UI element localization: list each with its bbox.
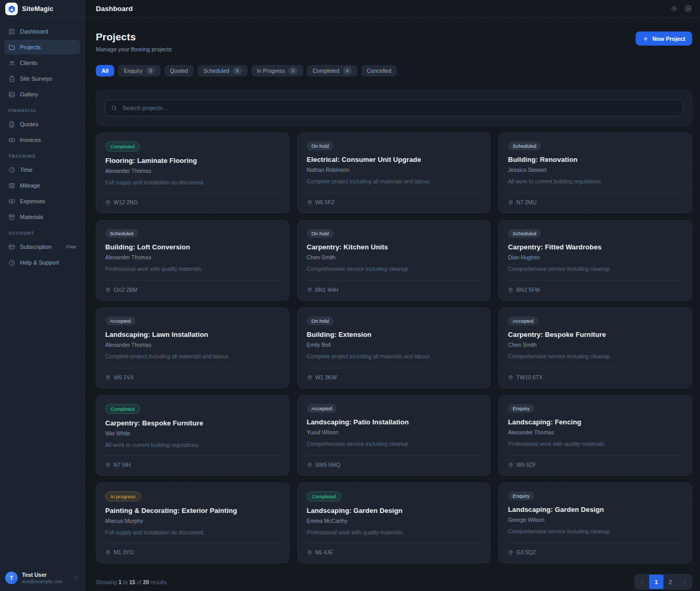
sidebar-item-gallery[interactable]: Gallery xyxy=(4,87,80,102)
search-icon xyxy=(111,105,117,111)
project-location: W1 3KW xyxy=(307,368,482,380)
project-card[interactable]: ScheduledCarpentry: Fitted WardrobesDian… xyxy=(498,220,692,301)
status-badge: Accepted xyxy=(105,316,136,325)
project-postcode: N7 2MU xyxy=(516,199,537,205)
project-client: Alexander Thomas xyxy=(105,342,280,348)
project-description: Professional work with quality materials… xyxy=(508,441,683,447)
filter-tab-in-progress[interactable]: In Progress2 xyxy=(251,65,303,76)
map-pin-icon xyxy=(105,375,111,380)
project-client: Emily Bell xyxy=(307,342,482,348)
project-card[interactable]: EnquiryLandscaping: Garden DesignGeorge … xyxy=(498,483,692,563)
project-card[interactable]: AcceptedLandscaping: Lawn InstallationAl… xyxy=(96,308,290,388)
status-badge: Completed xyxy=(307,491,341,501)
sidebar-item-clients[interactable]: Clients xyxy=(4,56,80,70)
grid-icon xyxy=(8,28,15,35)
project-title: Building: Extension xyxy=(307,331,482,338)
filter-tab-completed[interactable]: Completed4 xyxy=(307,65,358,76)
project-description: Full supply and installation as discusse… xyxy=(105,179,280,185)
folder-icon xyxy=(8,44,15,51)
project-card[interactable]: CompletedFlooring: Laminate FlooringAlex… xyxy=(96,133,290,213)
project-title: Landscaping: Patio Installation xyxy=(307,418,482,426)
status-badge: Completed xyxy=(105,141,140,151)
search-input[interactable] xyxy=(105,100,683,116)
sidebar-item-materials[interactable]: Materials xyxy=(4,210,80,224)
filter-tab-label: Completed xyxy=(313,68,339,74)
sidebar-item-label: Projects xyxy=(20,44,41,50)
image-icon xyxy=(8,91,15,98)
sidebar-item-site-surveys[interactable]: Site Surveys xyxy=(4,71,80,86)
project-title: Landscaping: Garden Design xyxy=(307,507,482,515)
topbar: Dashboard xyxy=(85,0,700,18)
sidebar-item-time[interactable]: Time xyxy=(4,162,80,177)
project-title: Landscaping: Lawn Installation xyxy=(105,331,280,338)
project-postcode: SW5 5MQ xyxy=(315,462,340,468)
project-title: Building: Loft Conversion xyxy=(105,243,280,251)
project-postcode: M1 3YO xyxy=(114,549,134,555)
filter-tab-cancelled[interactable]: Cancelled xyxy=(361,65,397,76)
project-postcode: TW10 6TX xyxy=(516,374,542,380)
sidebar-item-mileage[interactable]: Mileage xyxy=(4,178,80,193)
new-project-label: New Project xyxy=(652,36,685,42)
project-description: Comprehensive service including cleanup. xyxy=(508,266,683,272)
project-title: Electrical: Consumer Unit Upgrade xyxy=(307,156,482,163)
next-page-button[interactable] xyxy=(677,575,692,589)
project-card[interactable]: ScheduledBuilding: RenovationJessica Ste… xyxy=(498,133,692,213)
user-menu[interactable]: T Test User test@example.com xyxy=(0,564,84,591)
page-button-2[interactable]: 2 xyxy=(663,575,677,589)
settings-gear-icon[interactable] xyxy=(685,5,692,12)
sidebar-item-label: Materials xyxy=(20,214,43,220)
page-button-1[interactable]: 1 xyxy=(649,575,663,589)
filter-tab-enquiry[interactable]: Enquiry3 xyxy=(118,65,160,76)
plus-icon xyxy=(642,36,649,42)
theme-toggle-icon[interactable] xyxy=(671,5,677,12)
sidebar-item-label: Gallery xyxy=(20,91,38,97)
sidebar-item-projects[interactable]: Projects xyxy=(4,40,80,54)
project-card[interactable]: On holdCarpentry: Kitchen UnitsChen Smit… xyxy=(297,220,491,301)
project-card[interactable]: On holdElectrical: Consumer Unit Upgrade… xyxy=(297,133,491,213)
new-project-button[interactable]: New Project xyxy=(636,31,692,46)
project-card[interactable]: AcceptedLandscaping: Patio InstallationY… xyxy=(297,395,491,476)
project-description: Professional work with quality materials… xyxy=(307,529,482,535)
filter-tab-quoted[interactable]: Quoted xyxy=(164,65,194,76)
filter-tab-all[interactable]: All xyxy=(96,65,114,76)
project-client: Dian Hughes xyxy=(508,254,683,260)
nav-section-label-tracking: TRACKING xyxy=(4,148,80,161)
filter-tab-scheduled[interactable]: Scheduled5 xyxy=(197,65,247,76)
filter-tab-count: 5 xyxy=(233,67,242,74)
nav-section-label-financial: FINANCIAL xyxy=(4,103,80,116)
project-card[interactable]: On holdBuilding: ExtensionEmily BellComp… xyxy=(297,308,491,388)
sidebar-item-subscription[interactable]: SubscriptionFree xyxy=(4,239,80,254)
project-card[interactable]: ScheduledBuilding: Loft ConversionAlexan… xyxy=(96,220,290,301)
sidebar-item-label: Mileage xyxy=(20,182,40,189)
filter-tab-label: All xyxy=(102,68,108,74)
sidebar-item-label: Subscription xyxy=(20,244,52,250)
sidebar-item-dashboard[interactable]: Dashboard xyxy=(4,24,80,39)
project-card[interactable]: CompletedLandscaping: Garden DesignEmma … xyxy=(297,483,491,563)
project-card[interactable]: CompletedCarpentry: Bespoke FurnitureWei… xyxy=(96,395,290,476)
sidebar-nav: DashboardProjectsClientsSite SurveysGall… xyxy=(0,18,84,564)
sidebar-item-invoices[interactable]: Invoices xyxy=(4,133,80,147)
search-panel xyxy=(96,90,692,126)
sidebar-item-help-support[interactable]: Help & Support xyxy=(4,255,80,270)
user-email: test@example.com xyxy=(22,579,70,584)
sidebar-item-expenses[interactable]: Expenses xyxy=(4,194,80,209)
avatar: T xyxy=(5,572,18,584)
project-client: Marcus Murphy xyxy=(105,518,280,524)
project-card[interactable]: AcceptedCarpentry: Bespoke FurnitureChen… xyxy=(498,308,692,388)
map-pin-icon xyxy=(105,462,111,468)
help-circle-icon xyxy=(8,259,15,266)
filter-tab-count: 3 xyxy=(146,67,155,74)
sidebar-item-label: Help & Support xyxy=(20,259,59,266)
project-title: Painting & Decorating: Exterior Painting xyxy=(105,507,280,515)
projects-grid: CompletedFlooring: Laminate FlooringAlex… xyxy=(96,133,692,563)
map-pin-icon xyxy=(105,287,111,293)
sidebar-header: SiteMagic xyxy=(0,0,84,18)
map-pin-icon xyxy=(508,375,514,380)
project-client: Alexander Thomas xyxy=(508,429,683,435)
project-card[interactable]: In progressPainting & Decorating: Exteri… xyxy=(96,483,290,563)
project-description: Complete project including all materials… xyxy=(307,178,482,184)
project-card[interactable]: EnquiryLandscaping: FencingAlexander Tho… xyxy=(498,395,692,476)
sidebar-item-quotes[interactable]: Quotes xyxy=(4,117,80,132)
status-badge: Completed xyxy=(105,404,140,414)
prev-page-button[interactable] xyxy=(635,575,649,589)
